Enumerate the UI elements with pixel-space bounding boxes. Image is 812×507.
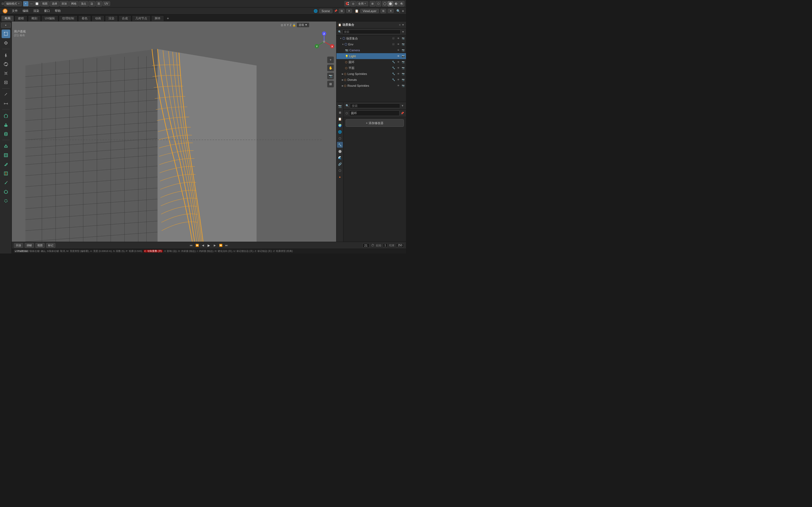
plane-restrict[interactable]: 👁 [396, 66, 400, 70]
ls-restrict[interactable]: 👁 [396, 72, 400, 76]
poly-build-tool[interactable] [2, 187, 10, 196]
cursor-tool[interactable] [2, 39, 10, 47]
camera-item[interactable]: 📷 Camera 👁 📷 [337, 47, 406, 53]
spin-tool[interactable] [2, 196, 10, 205]
scale-tool[interactable] [2, 69, 10, 77]
jump-end-btn[interactable]: ⏭ [224, 243, 229, 247]
tab-uv[interactable]: UV编辑 [41, 15, 58, 21]
xray-btn[interactable]: ⬡ [375, 1, 381, 6]
view-menu-bottom[interactable]: 视图 [36, 243, 45, 248]
circle-item[interactable]: ⬡ 圆环 🔧 👁 📷 [337, 59, 406, 65]
plane-item[interactable]: ⬡ 平面 🔧 👁 📷 [337, 65, 406, 71]
add-workspace-btn[interactable]: + [165, 15, 171, 21]
proportional-edit[interactable]: ◎ [350, 1, 356, 6]
viewport-3d[interactable]: 用户透视 (21) 画布 ⊡ X Y Z 🔒 选项 ▼ [12, 21, 336, 242]
env-collection[interactable]: ▼ ⬡ Env ☑ 👁 📷 [337, 41, 406, 47]
proportional-dropdown[interactable]: 全局 ▼ [356, 1, 368, 6]
view-layer-icon[interactable]: 📋 [337, 116, 343, 122]
tab-compositing[interactable]: 合成 [118, 15, 131, 21]
annotate-tool[interactable] [2, 90, 10, 99]
scene-selector[interactable]: Scene [319, 9, 333, 13]
measure-tool[interactable] [2, 99, 10, 108]
markers-menu2[interactable]: 标记 [46, 243, 55, 248]
select-box-tool[interactable] [2, 30, 10, 38]
next-keyframe-btn[interactable]: ⏩ [218, 243, 223, 247]
search-icon[interactable]: 🔍 [396, 9, 400, 13]
add-cube-tool[interactable] [2, 111, 10, 120]
env-render-icon[interactable]: 📷 [401, 43, 405, 46]
viewlayer-selector[interactable]: ViewLayer [360, 9, 379, 13]
env-exclude-icon[interactable]: ☑ [392, 43, 395, 46]
play-btn[interactable]: ▶ [207, 243, 211, 247]
zoom-extents-btn[interactable]: ⊞ [327, 80, 334, 88]
render-shading[interactable] [399, 1, 404, 6]
donuts-render[interactable]: 📷 [401, 78, 405, 81]
markers-menu[interactable]: 插帧 [25, 243, 34, 248]
tab-sculpting[interactable]: 雕刻 [28, 15, 41, 21]
view-menu[interactable]: 视图 [40, 1, 49, 6]
props-search-input[interactable] [350, 103, 400, 108]
material-icon[interactable]: ● [337, 174, 343, 180]
render-restrict-icon[interactable]: 📷 [401, 37, 405, 40]
inset-faces-tool[interactable] [2, 151, 10, 160]
object-data-icon[interactable]: ⬡ [337, 168, 343, 173]
outliner-filter-btn[interactable]: ▼ [402, 23, 404, 26]
jump-start-btn[interactable]: ⏮ [189, 243, 193, 247]
rs-render[interactable]: 📷 [401, 84, 405, 88]
add-modifier-button[interactable]: + 添加修改器 [346, 119, 404, 127]
prev-frame-btn[interactable]: ◀ [200, 243, 206, 247]
plane-render[interactable]: 📷 [401, 66, 405, 70]
rotate-tool[interactable] [2, 60, 10, 68]
particles-icon[interactable]: ⬤ [337, 148, 343, 154]
select-menu[interactable]: 选择 [50, 1, 59, 6]
camera-restrict[interactable]: 👁 [396, 48, 400, 52]
bevel-tool[interactable] [2, 160, 10, 169]
circle-render[interactable]: 📷 [401, 60, 405, 64]
edge-select-btn[interactable]: — [29, 1, 34, 6]
physics-icon[interactable]: 🌊 [337, 155, 343, 161]
camera-view-btn[interactable]: 📷 [327, 72, 334, 79]
outliner-view-btn[interactable]: ≡ [399, 23, 401, 26]
end-frame-input[interactable]: 250 [396, 243, 404, 247]
filter-icon[interactable]: ≡ [402, 9, 404, 13]
object-props-icon[interactable]: ⬡ [337, 135, 343, 141]
tab-animation[interactable]: 动画 [92, 15, 105, 21]
next-frame-btn[interactable]: ▶ [213, 243, 217, 247]
menu-file[interactable]: 文件 [10, 8, 20, 13]
light-render[interactable]: 📷 [401, 54, 405, 58]
vertex-menu[interactable]: 顶点 [79, 1, 88, 6]
tab-shading[interactable]: 着色 [78, 15, 91, 21]
scene-collection-root[interactable]: ▼ ⬡ 场景集合 ☑ 👁 📷 [337, 36, 406, 41]
mode-header[interactable]: ▼ [1, 22, 11, 28]
donuts-restrict[interactable]: 👁 [396, 78, 400, 81]
prev-keyframe-btn[interactable]: ⏪ [195, 243, 199, 247]
menu-render[interactable]: 渲染 [31, 8, 41, 13]
tab-geometry-nodes[interactable]: 几何节点 [132, 15, 151, 21]
world-props-icon[interactable]: 🌐 [337, 129, 343, 135]
ls-render[interactable]: 📷 [401, 72, 405, 76]
round-sprinkles-item[interactable]: ▶ ⬡ Round Sprinkles 👁 📷 [337, 83, 406, 89]
move-tool[interactable] [2, 51, 10, 59]
rs-restrict[interactable]: 👁 [396, 84, 400, 88]
options-btn[interactable]: 选项 ▼ [297, 22, 309, 27]
overlay-btn[interactable]: ⊞ [370, 1, 375, 6]
restrict-icon[interactable]: 👁 [396, 37, 400, 40]
wireframe-shading[interactable] [382, 1, 388, 6]
constraints-icon[interactable]: 🔗 [337, 161, 343, 167]
pin-object-btn[interactable]: 📌 [401, 112, 404, 115]
tab-scripting[interactable]: 脚本 [151, 15, 164, 21]
close-scene-btn[interactable]: ✕ [346, 9, 352, 13]
tab-texture-paint[interactable]: 纹理绘制 [59, 15, 77, 21]
menu-help[interactable]: 帮助 [53, 8, 63, 13]
start-frame-input[interactable]: 1 [383, 243, 388, 247]
add-menu[interactable]: 添加 [60, 1, 69, 6]
outliner-search-input[interactable] [342, 30, 401, 34]
camera-render[interactable]: 📷 [401, 48, 405, 52]
donuts-item[interactable]: ▶ ⬡ Donuts 🔧 👁 📷 [337, 77, 406, 83]
object-name-field[interactable]: 圆环 [349, 110, 400, 116]
transform-tool[interactable] [2, 78, 10, 87]
exclude-icon[interactable]: ☑ [392, 37, 395, 40]
output-props-icon[interactable]: 🖥 [337, 110, 343, 115]
new-scene-btn[interactable]: ⧉ [339, 9, 345, 13]
edit-mode-dropdown[interactable]: 编辑模式 ▼ [4, 1, 22, 6]
